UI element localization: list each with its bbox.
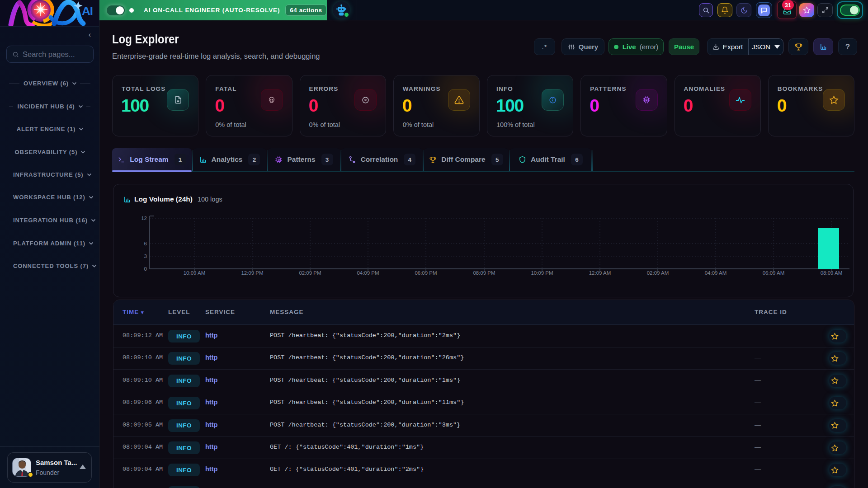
svg-text:AI: AI xyxy=(82,4,93,18)
svg-text:08:09 PM: 08:09 PM xyxy=(473,270,495,276)
svg-text:04:09 AM: 04:09 AM xyxy=(705,270,727,276)
svg-text:02:09 PM: 02:09 PM xyxy=(299,270,321,276)
svg-text:02:09 AM: 02:09 AM xyxy=(647,270,669,276)
svg-text:10:09 AM: 10:09 AM xyxy=(184,270,206,276)
svg-text:10:09 PM: 10:09 PM xyxy=(531,270,553,276)
svg-text:3: 3 xyxy=(144,253,147,259)
svg-text:12: 12 xyxy=(141,216,147,221)
svg-text:0: 0 xyxy=(144,266,147,272)
svg-text:12:09 PM: 12:09 PM xyxy=(241,270,263,276)
svg-text:06:09 AM: 06:09 AM xyxy=(763,270,785,276)
svg-text:08:09 AM: 08:09 AM xyxy=(821,270,843,276)
svg-text:04:09 PM: 04:09 PM xyxy=(357,270,379,276)
svg-text:06:09 PM: 06:09 PM xyxy=(415,270,437,276)
svg-text:12:09 AM: 12:09 AM xyxy=(589,270,611,276)
svg-text:6: 6 xyxy=(144,241,147,246)
